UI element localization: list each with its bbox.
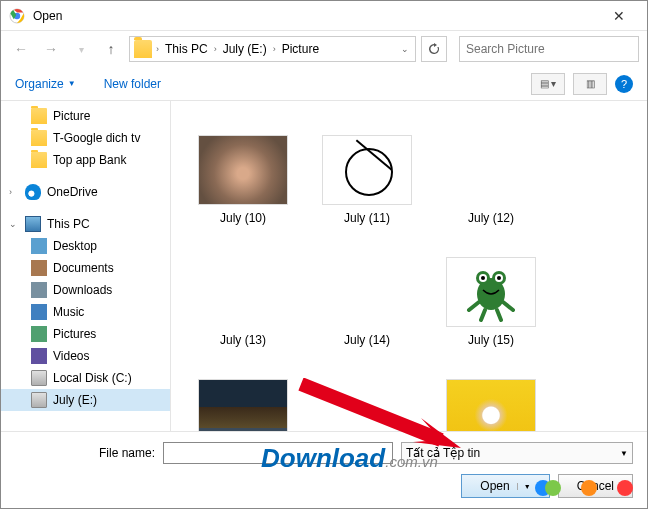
filter-label: Tất cả Tệp tin [406,446,480,460]
folder-icon [31,152,47,168]
file-list: July (10) July (11) July (12) July (13) … [171,101,647,431]
sidebar-label: Picture [53,109,90,123]
thumbnail [446,135,536,205]
thumbnail [322,257,412,327]
refresh-button[interactable] [421,36,447,62]
sidebar-item-pictures[interactable]: Pictures [1,323,170,345]
sidebar-label: This PC [47,217,90,231]
sidebar-label: Local Disk (C:) [53,371,132,385]
thumbnail [198,135,288,205]
sidebar-label: Documents [53,261,114,275]
sidebar: Picture T-Google dich tv Top app Bank ›O… [1,101,171,431]
help-icon[interactable]: ? [615,75,633,93]
sidebar-label: Videos [53,349,89,363]
open-button[interactable]: Open▼ [461,474,549,498]
sidebar-label: Top app Bank [53,153,126,167]
music-icon [31,304,47,320]
thumbnail [198,379,288,431]
chevron-down-icon: ▼ [68,79,76,88]
svg-point-7 [481,276,485,280]
pc-icon [25,216,41,232]
folder-icon [31,130,47,146]
file-caption: July (12) [468,211,514,225]
new-folder-button[interactable]: New folder [104,77,161,91]
body: Picture T-Google dich tv Top app Bank ›O… [1,101,647,431]
folder-icon [134,40,152,58]
up-button[interactable]: ↑ [99,37,123,61]
chevron-down-icon[interactable]: ⌄ [399,44,411,54]
file-item[interactable]: July (20-10-2016) [307,353,427,431]
open-label: Open [480,479,509,493]
filename-input[interactable] [163,442,393,464]
sidebar-item-picture[interactable]: Picture [1,105,170,127]
filename-label: File name: [15,446,155,460]
sidebar-item-thispc[interactable]: ⌄This PC [1,213,170,235]
thumbnail [446,379,536,431]
sidebar-item-localc[interactable]: Local Disk (C:) [1,367,170,389]
sidebar-item-tgoogle[interactable]: T-Google dich tv [1,127,170,149]
folder-icon [31,108,47,124]
sidebar-item-videos[interactable]: Videos [1,345,170,367]
chevron-down-icon: ▼ [620,449,628,458]
sidebar-item-julye[interactable]: July (E:) [1,389,170,411]
thumbnail [446,257,536,327]
chrome-icon [9,8,25,24]
videos-icon [31,348,47,364]
breadcrumb-thispc[interactable]: This PC [161,42,212,56]
view-details-button[interactable]: ▥ [573,73,607,95]
file-item[interactable]: July (13) [183,231,303,347]
file-item[interactable]: July (14) [307,231,427,347]
file-item[interactable]: July (11) [307,109,427,225]
sidebar-item-onedrive[interactable]: ›OneDrive [1,181,170,203]
sidebar-item-documents[interactable]: Documents [1,257,170,279]
file-item[interactable]: July (12) [431,109,551,225]
breadcrumb-drive[interactable]: July (E:) [219,42,271,56]
sidebar-item-downloads[interactable]: Downloads [1,279,170,301]
file-caption: July (11) [344,211,390,225]
forward-button[interactable]: → [39,37,63,61]
sidebar-item-desktop[interactable]: Desktop [1,235,170,257]
search-box[interactable] [459,36,639,62]
chevron-right-icon: › [154,44,161,54]
desktop-icon [31,238,47,254]
file-caption: July (15) [468,333,514,347]
chevron-right-icon: › [271,44,278,54]
chevron-down-icon: ▼ [517,483,531,490]
recent-dropdown[interactable]: ▾ [69,37,93,61]
sidebar-label: OneDrive [47,185,98,199]
sidebar-label: Downloads [53,283,112,297]
footer: File name: Tất cả Tệp tin▼ Open▼ Cancel [1,431,647,508]
file-caption: July (10) [220,211,266,225]
toolbar: Organize▼ New folder ▤ ▾ ▥ ? [1,67,647,101]
address-bar[interactable]: › This PC › July (E:) › Picture ⌄ [129,36,416,62]
file-caption: July (14) [344,333,390,347]
file-item[interactable]: July (10) [183,109,303,225]
sidebar-item-topapp[interactable]: Top app Bank [1,149,170,171]
close-button[interactable]: ✕ [599,8,639,24]
file-caption: July (13) [220,333,266,347]
sidebar-label: T-Google dich tv [53,131,140,145]
thumbnail [322,135,412,205]
search-input[interactable] [466,42,632,56]
navbar: ← → ▾ ↑ › This PC › July (E:) › Picture … [1,31,647,67]
chevron-right-icon: › [212,44,219,54]
sidebar-label: Pictures [53,327,96,341]
file-type-filter[interactable]: Tất cả Tệp tin▼ [401,442,633,464]
pictures-icon [31,326,47,342]
sidebar-label: Desktop [53,239,97,253]
sidebar-label: Music [53,305,84,319]
file-item[interactable]: July (15) [183,353,303,431]
thumbnail [198,257,288,327]
window-title: Open [33,9,599,23]
organize-menu[interactable]: Organize▼ [15,77,76,91]
view-large-button[interactable]: ▤ ▾ [531,73,565,95]
documents-icon [31,260,47,276]
file-item[interactable]: July (15) [431,231,551,347]
organize-label: Organize [15,77,64,91]
sidebar-item-music[interactable]: Music [1,301,170,323]
svg-point-8 [497,276,501,280]
cancel-button[interactable]: Cancel [558,474,633,498]
back-button[interactable]: ← [9,37,33,61]
breadcrumb-folder[interactable]: Picture [278,42,323,56]
file-item[interactable]: July-(3) [431,353,551,431]
